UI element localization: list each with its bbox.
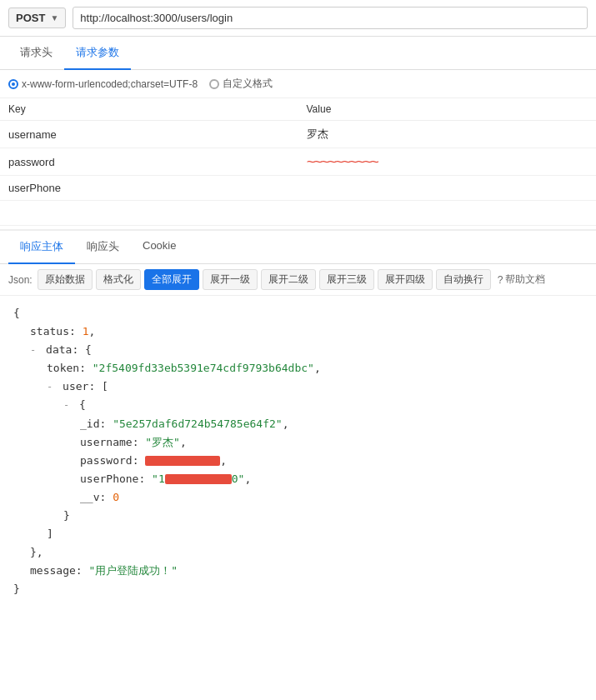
- param-value-userphone: [298, 176, 597, 201]
- collapse-data-btn[interactable]: -: [30, 344, 36, 356]
- table-row: password ~~~~~~~~~~: [0, 148, 596, 176]
- table-row: userPhone: [0, 176, 596, 201]
- btn-expand-2[interactable]: 展开二级: [261, 269, 316, 290]
- btn-expand-1[interactable]: 展开一级: [203, 269, 258, 290]
- response-section: 响应主体 响应头 Cookie Json: 原始数据 格式化 全部展开 展开一级…: [0, 229, 596, 608]
- param-key-password: password: [0, 148, 298, 176]
- json-line-open-brace: {: [13, 304, 583, 322]
- json-line-user: - user: [: [47, 378, 583, 396]
- json-line-username: username: "罗杰",: [80, 433, 583, 452]
- btn-raw[interactable]: 原始数据: [38, 269, 93, 290]
- tab-response-body[interactable]: 响应主体: [8, 231, 75, 264]
- key-header: Key: [0, 98, 298, 121]
- btn-expand-4[interactable]: 展开四级: [378, 269, 433, 290]
- tab-request-params[interactable]: 请求参数: [64, 37, 131, 70]
- json-line-user-open: - {: [63, 396, 583, 414]
- method-select[interactable]: POST ▼: [8, 8, 66, 28]
- phone-redacted-response: [165, 474, 232, 484]
- json-line-password: password: ,: [80, 452, 583, 470]
- response-tab-bar: 响应主体 响应头 Cookie: [0, 231, 596, 264]
- json-line-close-brace: }: [13, 580, 583, 598]
- btn-autowrap[interactable]: 自动换行: [436, 269, 491, 290]
- table-row-empty: [0, 201, 596, 226]
- help-button[interactable]: ? 帮助文档: [498, 272, 546, 287]
- format-bar: x-www-form-urlencoded;charset=UTF-8 自定义格…: [0, 70, 596, 98]
- btn-expand-all[interactable]: 全部展开: [144, 269, 199, 290]
- value-header: Value: [298, 98, 597, 121]
- question-icon: ?: [498, 274, 503, 286]
- json-label: Json:: [8, 274, 33, 286]
- param-key-username: username: [0, 121, 298, 148]
- json-line-v: __v: 0: [80, 488, 583, 507]
- radio-custom[interactable]: 自定义格式: [209, 77, 273, 91]
- collapse-user-obj-btn[interactable]: -: [63, 399, 69, 411]
- password-redacted-response: [145, 456, 220, 466]
- json-line-user-close-brace: }: [63, 507, 583, 525]
- collapse-user-btn[interactable]: -: [47, 381, 53, 392]
- url-input[interactable]: [73, 7, 588, 29]
- radio-circle-urlencoded: [8, 79, 18, 89]
- btn-expand-3[interactable]: 展开三级: [319, 269, 374, 290]
- json-toolbar: Json: 原始数据 格式化 全部展开 展开一级 展开二级 展开三级 展开四级 …: [0, 264, 596, 296]
- btn-format[interactable]: 格式化: [96, 269, 141, 290]
- json-line-token: token: "2f5409fd33eb5391e74cdf9793b64dbc…: [47, 359, 583, 378]
- top-bar: POST ▼: [0, 0, 596, 37]
- json-line-id: _id: "5e257daf6d724b54785e64f2",: [80, 415, 583, 433]
- json-line-data-close: },: [30, 543, 583, 562]
- json-line-userphone: userPhone: "10",: [80, 470, 583, 488]
- json-line-data: - data: {: [30, 341, 583, 359]
- tab-cookie[interactable]: Cookie: [131, 231, 188, 264]
- params-table: Key Value username 罗杰 password ~~~~~~~~~…: [0, 98, 596, 226]
- password-redacted: ~~~~~~~~~~: [307, 153, 378, 170]
- tab-response-headers[interactable]: 响应头: [75, 231, 131, 264]
- radio-circle-custom: [209, 79, 219, 89]
- param-value-username: 罗杰: [298, 121, 597, 148]
- json-line-user-close-bracket: ]: [47, 525, 583, 543]
- chevron-down-icon: ▼: [50, 13, 58, 22]
- json-content: { status: 1, - data: { token: "2f5409fd3…: [0, 296, 596, 608]
- method-label: POST: [16, 12, 45, 24]
- radio-urlencoded[interactable]: x-www-form-urlencoded;charset=UTF-8: [8, 78, 198, 90]
- param-key-userphone: userPhone: [0, 176, 298, 201]
- request-tab-bar: 请求头 请求参数: [0, 37, 596, 70]
- json-line-status: status: 1,: [30, 322, 583, 341]
- table-row: username 罗杰: [0, 121, 596, 148]
- json-line-message: message: "用户登陆成功！": [30, 562, 583, 580]
- tab-request-headers[interactable]: 请求头: [8, 37, 64, 70]
- param-value-password: ~~~~~~~~~~: [298, 148, 597, 176]
